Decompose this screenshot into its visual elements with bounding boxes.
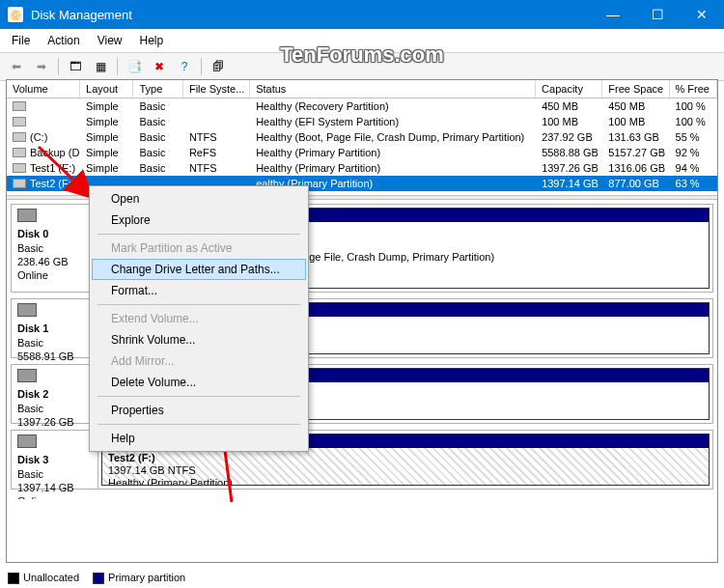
legend-primary-swatch bbox=[93, 573, 104, 584]
volume-icon bbox=[13, 117, 26, 126]
col-filesystem[interactable]: File Syste... bbox=[183, 80, 250, 98]
toolbar: ⬅ ➡ 🗔 ▦ 📑 ✖ ? 🗐 bbox=[0, 53, 724, 81]
cm-extend: Extend Volume... bbox=[92, 308, 306, 329]
window-title: Disk Management bbox=[31, 8, 591, 22]
cm-help[interactable]: Help bbox=[92, 428, 306, 449]
properties-icon[interactable]: 📑 bbox=[124, 56, 145, 77]
volume-row[interactable]: SimpleBasicHealthy (EFI System Partition… bbox=[7, 114, 717, 129]
col-layout[interactable]: Layout bbox=[80, 80, 133, 98]
volume-icon bbox=[13, 179, 26, 188]
close-button[interactable]: ✕ bbox=[680, 0, 724, 29]
volume-icon bbox=[13, 163, 26, 173]
disk-label[interactable]: Disk 3 Basic 1397.14 GB Online bbox=[12, 431, 98, 489]
menu-view[interactable]: View bbox=[90, 31, 130, 50]
disk-icon bbox=[17, 369, 37, 382]
disk-label[interactable]: Disk 1 Basic 5588.91 GB Online bbox=[12, 299, 98, 357]
volume-header: Volume Layout Type File Syste... Status … bbox=[7, 80, 717, 98]
cm-explore[interactable]: Explore bbox=[92, 210, 306, 231]
cm-add-mirror: Add Mirror... bbox=[92, 350, 306, 372]
cm-properties[interactable]: Properties bbox=[92, 400, 306, 421]
app-icon: 📀 bbox=[8, 7, 23, 22]
maximize-button[interactable]: ☐ bbox=[635, 0, 680, 29]
back-icon[interactable]: ⬅ bbox=[6, 56, 27, 77]
menu-action[interactable]: Action bbox=[40, 31, 87, 50]
cm-mark-active: Mark Partition as Active bbox=[92, 238, 306, 259]
context-menu: Open Explore Mark Partition as Active Ch… bbox=[89, 185, 309, 452]
view-icon[interactable]: 🗔 bbox=[65, 56, 86, 77]
volume-icon bbox=[13, 148, 26, 157]
cm-delete[interactable]: Delete Volume... bbox=[92, 372, 306, 393]
cm-change-drive-letter[interactable]: Change Drive Letter and Paths... bbox=[92, 259, 306, 280]
volume-icon bbox=[13, 101, 26, 111]
disk-icon bbox=[17, 209, 37, 222]
help-icon[interactable]: ? bbox=[174, 56, 195, 77]
volume-row[interactable]: Backup (D:)SimpleBasicReFSHealthy (Prima… bbox=[7, 145, 717, 160]
col-freespace[interactable]: Free Space bbox=[602, 80, 669, 98]
col-capacity[interactable]: Capacity bbox=[536, 80, 602, 98]
disk-icon bbox=[17, 434, 37, 448]
menu-help[interactable]: Help bbox=[132, 31, 172, 50]
col-volume[interactable]: Volume bbox=[7, 80, 80, 98]
minimize-button[interactable]: — bbox=[591, 0, 635, 29]
delete-icon[interactable]: ✖ bbox=[149, 56, 170, 77]
volume-row[interactable]: SimpleBasicHealthy (Recovery Partition)4… bbox=[7, 98, 717, 114]
forward-icon[interactable]: ➡ bbox=[31, 56, 52, 77]
menu-file[interactable]: File bbox=[4, 31, 38, 50]
cm-open[interactable]: Open bbox=[92, 188, 306, 210]
volume-row[interactable]: (C:)SimpleBasicNTFSHealthy (Boot, Page F… bbox=[7, 129, 717, 145]
action-icon[interactable]: 🗐 bbox=[208, 56, 229, 77]
refresh-icon[interactable]: ▦ bbox=[90, 56, 111, 77]
col-pctfree[interactable]: % Free bbox=[670, 80, 717, 98]
volume-icon bbox=[13, 132, 26, 142]
volume-row[interactable]: Test1 (E:)SimpleBasicNTFSHealthy (Primar… bbox=[7, 160, 717, 176]
col-status[interactable]: Status bbox=[250, 80, 536, 98]
disk-label[interactable]: Disk 2 Basic 1397.26 GB Online bbox=[12, 365, 98, 423]
cm-shrink[interactable]: Shrink Volume... bbox=[92, 329, 306, 350]
col-type[interactable]: Type bbox=[133, 80, 182, 98]
menubar: File Action View Help bbox=[0, 29, 724, 53]
legend: Unallocated Primary partition bbox=[8, 572, 185, 584]
disk-label[interactable]: Disk 0 Basic 238.46 GB Online bbox=[12, 205, 98, 292]
disk-icon bbox=[17, 303, 37, 317]
volume-list: SimpleBasicHealthy (Recovery Partition)4… bbox=[7, 98, 717, 191]
title-bar: 📀 Disk Management — ☐ ✕ bbox=[0, 0, 724, 29]
partition-test2[interactable]: Test2 (F:)1397.14 GB NTFSHealthy (Primar… bbox=[108, 452, 703, 486]
cm-format[interactable]: Format... bbox=[92, 280, 306, 301]
legend-unallocated-swatch bbox=[8, 573, 19, 584]
